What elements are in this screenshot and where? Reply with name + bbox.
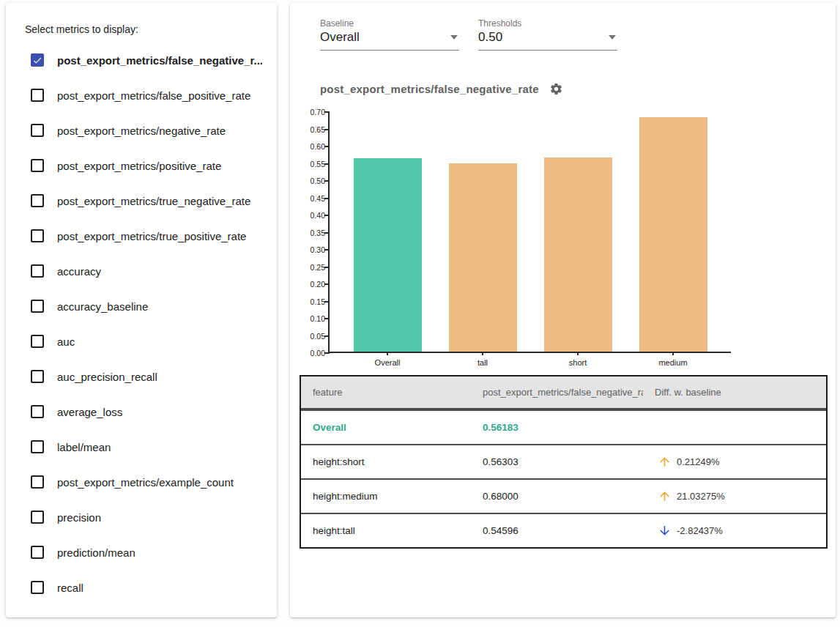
fairness-indicators-widget: Select metrics to display: post_export_m… <box>0 0 840 627</box>
metric-label: post_export_metrics/positive_rate <box>57 160 221 172</box>
gear-icon[interactable] <box>549 82 563 96</box>
metric-checkbox-item[interactable]: post_export_metrics/true_negative_rate <box>25 183 262 218</box>
metric-checkbox-item[interactable]: post_export_metrics/positive_rate <box>25 148 262 183</box>
bar-Overall[interactable] <box>354 158 422 352</box>
y-axis-tick-mark <box>324 318 330 319</box>
y-axis-tick-mark <box>324 111 330 113</box>
x-axis-tick-label: medium <box>629 358 717 367</box>
metric-checkbox-item[interactable]: accuracy <box>25 253 262 289</box>
diff-baseline-cell <box>643 411 826 444</box>
x-axis-tick-label: Overall <box>343 358 431 367</box>
metric-label: precision <box>57 511 101 524</box>
chart-title: post_export_metrics/false_negative_rate <box>320 83 539 95</box>
diff-baseline-cell: -2.82437% <box>643 514 826 547</box>
baseline-select-label: Baseline <box>320 18 459 29</box>
metric-checkbox-item[interactable]: average_loss <box>25 394 262 429</box>
diff-baseline-cell: 0.21249% <box>643 445 826 478</box>
baseline-select[interactable]: Baseline Overall <box>320 18 459 51</box>
y-axis-tick-mark <box>324 301 330 303</box>
metric-label: post_export_metrics/true_negative_rate <box>57 195 250 207</box>
metric-value-cell: 0.54596 <box>471 514 643 547</box>
x-axis-tick-mark <box>577 352 579 355</box>
metric-checkbox-item[interactable]: label/mean <box>25 429 262 464</box>
y-axis-tick-mark <box>324 283 330 285</box>
y-axis-tick-mark <box>324 267 330 268</box>
checkbox-icon[interactable] <box>31 300 44 313</box>
metric-checkbox-item[interactable]: prediction/mean <box>25 535 262 570</box>
diff-percentage: -2.82437% <box>677 525 723 536</box>
checkbox-icon[interactable] <box>31 159 44 172</box>
y-axis-tick-label: 0.50 <box>305 177 325 185</box>
checkbox-icon[interactable] <box>31 264 44 278</box>
metric-checkbox-item[interactable]: post_export_metrics/false_negative_r... <box>25 42 262 78</box>
table-row: height:short0.563030.21249% <box>301 444 826 478</box>
thresholds-select-label: Thresholds <box>478 18 617 29</box>
checkbox-icon[interactable] <box>31 229 44 242</box>
y-axis-tick-mark <box>324 163 330 165</box>
arrow-up-icon <box>658 455 672 469</box>
controls-row: Baseline Overall Thresholds 0.50 <box>320 18 836 51</box>
metric-checkbox-item[interactable]: auc <box>25 324 262 359</box>
arrow-down-icon <box>658 524 672 538</box>
metric-value-cell: 0.56303 <box>471 445 643 478</box>
checkbox-icon[interactable] <box>31 335 44 348</box>
metric-label: post_export_metrics/false_negative_r... <box>57 54 262 67</box>
y-axis-tick-label: 0.35 <box>305 229 325 237</box>
metric-checkbox-item[interactable]: auc_precision_recall <box>25 359 262 394</box>
y-axis-tick-mark <box>324 335 330 337</box>
y-axis-tick-mark <box>324 352 330 354</box>
bar-medium[interactable] <box>639 117 707 352</box>
diff-percentage: 0.21249% <box>677 456 720 467</box>
checkbox-icon[interactable] <box>31 405 44 418</box>
checkbox-icon[interactable] <box>31 546 44 559</box>
y-axis-tick-label: 0.70 <box>305 108 325 116</box>
checkbox-icon[interactable] <box>31 440 44 453</box>
y-axis-tick-mark <box>324 198 330 199</box>
y-axis-tick-label: 0.60 <box>305 143 325 151</box>
table-header-cell: post_export_metrics/false_negative_rat..… <box>471 376 643 408</box>
metrics-table: featurepost_export_metrics/false_negativ… <box>300 375 828 549</box>
metric-value-cell: 0.68000 <box>471 480 643 513</box>
x-axis-tick-mark <box>387 352 388 355</box>
y-axis-tick-label: 0.10 <box>305 315 325 323</box>
checkbox-icon[interactable] <box>31 124 44 137</box>
table-row: Overall0.56183 <box>301 409 826 444</box>
chevron-down-icon <box>609 35 616 40</box>
table-header-cell: Diff. w. baseline <box>643 376 826 408</box>
y-axis-tick-label: 0.00 <box>305 349 325 357</box>
checkbox-icon[interactable] <box>31 511 44 524</box>
y-axis-tick-mark <box>324 249 330 251</box>
metric-checkbox-item[interactable]: post_export_metrics/example_count <box>25 464 262 500</box>
metric-checkbox-item[interactable]: accuracy_baseline <box>25 289 262 324</box>
metric-checkbox-item[interactable]: post_export_metrics/negative_rate <box>25 113 262 148</box>
checkbox-icon[interactable] <box>31 194 44 207</box>
metric-label: average_loss <box>57 406 122 418</box>
metric-checkbox-item[interactable]: post_export_metrics/true_positive_rate <box>25 218 262 253</box>
x-axis-tick-label: tall <box>439 358 527 367</box>
sidebar-title: Select metrics to display: <box>25 23 262 35</box>
checkbox-icon[interactable] <box>31 53 44 67</box>
y-axis-tick-mark <box>324 215 330 216</box>
checkbox-icon[interactable] <box>31 475 44 489</box>
table-row: height:medium0.6800021.03275% <box>301 478 826 513</box>
checkbox-icon[interactable] <box>31 581 44 594</box>
y-axis-tick-label: 0.15 <box>305 298 325 306</box>
bar-chart: 0.000.050.100.150.200.250.300.350.400.45… <box>303 105 836 372</box>
y-axis-tick-label: 0.55 <box>305 160 325 168</box>
metric-checkbox-item[interactable]: precision <box>25 500 262 535</box>
y-axis-tick-mark <box>324 180 330 182</box>
metric-label: auc_precision_recall <box>57 371 157 383</box>
baseline-select-value: Overall <box>320 30 360 45</box>
metric-checkbox-item[interactable]: post_export_metrics/false_positive_rate <box>25 78 262 113</box>
thresholds-select[interactable]: Thresholds 0.50 <box>478 18 617 51</box>
bar-tall[interactable] <box>449 163 517 352</box>
checkbox-icon[interactable] <box>31 89 44 102</box>
metric-label: auc <box>57 335 75 348</box>
metric-checkbox-item[interactable]: recall <box>25 570 262 605</box>
x-axis-tick-label: short <box>534 358 622 367</box>
metric-label: prediction/mean <box>57 546 135 559</box>
checkbox-icon[interactable] <box>31 370 44 383</box>
diff-percentage: 21.03275% <box>677 491 725 502</box>
bar-short[interactable] <box>544 157 612 352</box>
y-axis-tick-label: 0.45 <box>305 195 325 203</box>
